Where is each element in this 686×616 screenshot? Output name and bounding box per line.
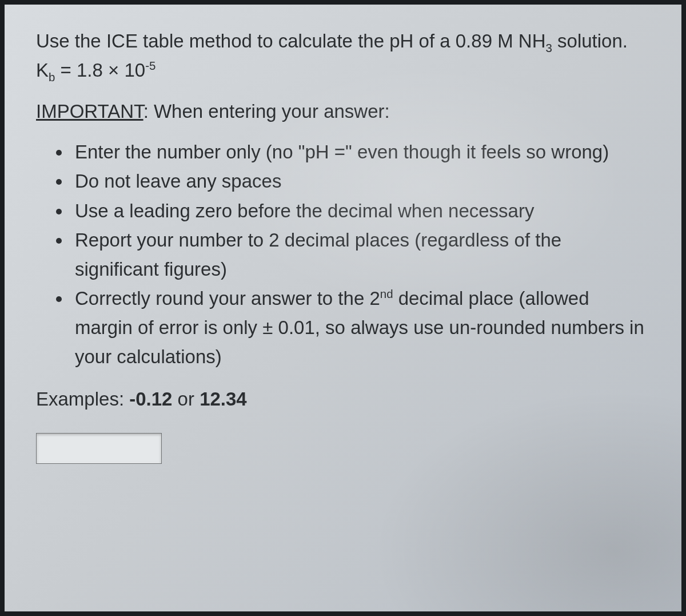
equals-sign: =: [55, 59, 77, 81]
ordinal-superscript: nd: [380, 287, 393, 300]
unit-label: M: [497, 30, 513, 51]
ten-base: 10: [124, 59, 145, 81]
kb-exponent: -5: [145, 59, 155, 72]
important-rest: When entering your answer:: [154, 101, 390, 122]
list-item: Report your number to 2 decimal places (…: [71, 225, 650, 284]
list-item: Correctly round your answer to the 2nd d…: [71, 284, 650, 371]
answer-input[interactable]: [36, 433, 162, 464]
example-1: -0.12: [129, 388, 172, 410]
important-line: IMPORTANT: When entering your answer:: [36, 101, 650, 122]
question-text-prefix: Use the ICE table method to calculate th…: [36, 30, 456, 51]
concentration-value: 0.89: [456, 30, 492, 51]
kb-mantissa: 1.8: [77, 59, 103, 81]
species-formula: NH3: [519, 30, 552, 51]
examples-line: Examples: -0.12 or 12.34: [36, 388, 650, 410]
kb-subscript: b: [49, 70, 55, 84]
important-label: IMPORTANT: [36, 101, 143, 122]
list-item: Enter the number only (no "pH =" even th…: [71, 137, 650, 166]
instruction-bullets: Enter the number only (no "pH =" even th…: [36, 137, 650, 371]
examples-label: Examples:: [36, 388, 129, 410]
list-item: Do not leave any spaces: [71, 166, 650, 196]
example-2: 12.34: [200, 388, 247, 410]
list-item: Use a leading zero before the decimal wh…: [71, 196, 650, 225]
question-prompt: Use the ICE table method to calculate th…: [36, 26, 650, 85]
times-symbol: ×: [103, 59, 125, 81]
important-colon: :: [143, 101, 154, 122]
examples-or: or: [172, 388, 200, 410]
